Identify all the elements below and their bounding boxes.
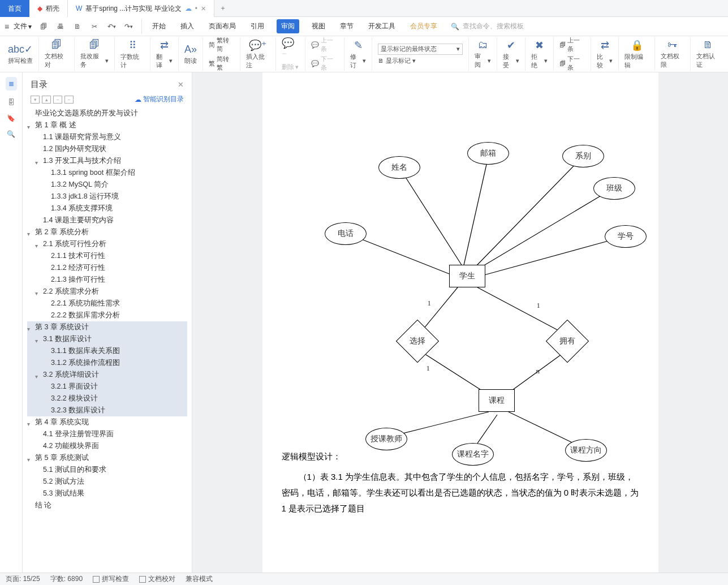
status-spell[interactable]: 拼写检查 xyxy=(93,574,129,584)
rg-docproof[interactable]: 🗐文档校对 xyxy=(39,37,75,71)
outline-item[interactable]: 3.2.1 界面设计 xyxy=(43,381,187,393)
outline-item[interactable]: 3.1.1 数据库表关系图 xyxy=(43,345,187,357)
rg-wordcount[interactable]: ⠿字数统计 xyxy=(115,37,150,71)
outline-item[interactable]: 2.1.1 技术可行性 xyxy=(43,250,187,262)
ribbon-rail-icon[interactable]: 🔖 xyxy=(7,114,15,122)
redo-icon[interactable]: ↷▾ xyxy=(121,19,136,34)
translate-icon: ⇄ xyxy=(160,39,169,51)
outline-item[interactable]: 3.2.2 模块设计 xyxy=(43,393,187,405)
ot-minus[interactable]: − xyxy=(53,96,62,104)
menu-review[interactable]: 审阅 xyxy=(277,19,299,33)
status-proof[interactable]: 文档校对 xyxy=(139,574,175,584)
document-viewport[interactable]: 邮箱 系别 姓名 班级 电话 学号 学生 选择 拥有 课程 授课教师 课程名字 … xyxy=(192,72,728,573)
preview-icon[interactable]: 🗎 xyxy=(70,19,85,34)
rg-reject[interactable]: ✖拒绝▾ xyxy=(525,37,554,71)
outline-item[interactable]: 1.1 课题研究背景与意义 xyxy=(35,131,187,143)
file-menu[interactable]: 文件▾ xyxy=(11,20,34,32)
btn-next-rev[interactable]: 🗐下一条 xyxy=(559,55,585,72)
menu-ref[interactable]: 引用 xyxy=(248,19,266,33)
outline-item[interactable]: 3.2 系统详细设计 xyxy=(43,371,99,378)
btn-show-markup[interactable]: 🗎显示标记▾ xyxy=(378,57,463,65)
outline-item-selected[interactable]: 第 3 章 系统设计 xyxy=(35,323,89,331)
ot-minus2[interactable]: − xyxy=(64,96,74,104)
rg-revise[interactable]: 🗐批改服务▾ xyxy=(75,37,115,71)
expand-all-button[interactable]: ▾ xyxy=(31,96,40,104)
menu-devtools[interactable]: 开发工具 xyxy=(366,19,398,33)
outline-item[interactable]: 1.3.4 系统支撑环境 xyxy=(43,203,187,214)
smart-outline-button[interactable]: ☁智能识别目录 xyxy=(135,94,184,104)
rg-track[interactable]: ✎修订▾ xyxy=(344,37,373,71)
btn-prev-rev[interactable]: 🗐上一条 xyxy=(559,36,585,53)
save-icon[interactable]: 🗐 xyxy=(36,19,51,34)
outline-item[interactable]: 第 4 章 系统实现 xyxy=(35,418,89,426)
cut-icon[interactable]: ✂ xyxy=(87,19,102,34)
bookmark-rail-icon[interactable]: 🗄 xyxy=(8,98,15,106)
rg-docperm[interactable]: 🗝文档权限 xyxy=(655,37,691,71)
close-outline-icon[interactable]: ✕ xyxy=(178,80,184,89)
outline-item[interactable]: 结 论 xyxy=(27,500,187,511)
menu-view[interactable]: 视图 xyxy=(309,19,328,33)
outline-item[interactable]: 1.3.1 spring boot 框架介绍 xyxy=(43,167,187,179)
outline-item[interactable]: 毕业论文选题系统的开发与设计 xyxy=(27,107,187,119)
outline-item[interactable]: 2.1 系统可行性分析 xyxy=(43,240,106,248)
undo-icon[interactable]: ↶▾ xyxy=(104,19,119,34)
rg-accept[interactable]: ✔接受▾ xyxy=(497,37,525,71)
outline-item[interactable]: 4.2 功能模块界面 xyxy=(35,440,187,452)
outline-item[interactable]: 2.1.2 经济可行性 xyxy=(43,262,187,274)
outline-item[interactable]: 2.1.3 操作可行性 xyxy=(43,274,187,286)
menu-vip[interactable]: 会员专享 xyxy=(408,19,440,33)
rg-restrict[interactable]: 🔒限制编辑 xyxy=(619,37,654,71)
outline-item[interactable]: 2.2.2 数据库需求分析 xyxy=(43,309,187,321)
outline-item[interactable]: 1.3 开发工具与技术介绍 xyxy=(43,157,121,165)
menu-start[interactable]: 开始 xyxy=(150,19,168,33)
btn-t2s[interactable]: 繁简转繁 xyxy=(209,55,234,72)
outline-item[interactable]: 1.3.3 jdk1.8 运行环境 xyxy=(43,191,187,203)
outline-item[interactable]: 5.3 测试结果 xyxy=(35,488,187,500)
close-icon[interactable]: ✕ xyxy=(201,5,206,12)
collapse-all-button[interactable]: ▴ xyxy=(42,96,51,104)
tab-home[interactable]: 首页 xyxy=(0,0,29,17)
outline-item[interactable]: 3.2.3 数据库设计 xyxy=(43,405,187,416)
outline-item[interactable]: 5.2 测试方法 xyxy=(35,476,187,488)
print-icon[interactable]: 🖶 xyxy=(53,19,68,34)
outline-item[interactable]: 第 2 章 系统分析 xyxy=(35,228,89,236)
outline-item[interactable]: 3.1.2 系统操作流程图 xyxy=(43,357,187,369)
outline-item[interactable]: 第 1 章 概 述 xyxy=(35,121,76,129)
outline-item[interactable]: 1.3.2 MySQL 简介 xyxy=(43,179,187,191)
hamburger-icon[interactable]: ≡ xyxy=(5,22,9,31)
status-proof-label: 文档校对 xyxy=(148,574,175,584)
search-rail-icon[interactable]: 🔍 xyxy=(7,130,15,138)
status-page[interactable]: 页面: 15/25 xyxy=(6,574,40,584)
outline-item[interactable]: 4.1 登录注册管理界面 xyxy=(35,428,187,440)
prev-icon: 💬 xyxy=(311,41,319,49)
menu-chapter[interactable]: 章节 xyxy=(338,19,356,33)
btn-s2t[interactable]: 简繁转简 xyxy=(209,36,234,53)
rg-compare[interactable]: ⇄比较▾ xyxy=(591,37,619,71)
rg-delete: 💬⁻删除▾ xyxy=(276,37,305,71)
outline-item[interactable]: 第 5 章 系统测试 xyxy=(35,454,89,462)
outline-item[interactable]: 2.2.1 系统功能性需求 xyxy=(43,298,187,309)
rg-translate[interactable]: ⇄翻译▾ xyxy=(150,37,179,71)
rg-read[interactable]: A»朗读 xyxy=(179,37,203,71)
status-words[interactable]: 字数: 6890 xyxy=(50,574,83,584)
outline-rail-icon[interactable]: ≣ xyxy=(6,77,17,91)
rg-doccert[interactable]: 🗎文档认证 xyxy=(691,37,726,71)
outline-item[interactable]: 3.1 数据库设计 xyxy=(43,335,92,343)
outline-item[interactable]: 1.2 国内外研究现状 xyxy=(35,143,187,155)
menu-layout[interactable]: 页面布局 xyxy=(206,19,238,33)
rg-pane[interactable]: 🗂审阅▾ xyxy=(469,37,497,71)
command-search[interactable]: 🔍 查找命令、搜索模板 xyxy=(451,21,524,31)
outline-item[interactable]: 1.4 课题主要研究内容 xyxy=(35,214,187,226)
rg-comment[interactable]: 💬⁺插入批注 xyxy=(240,37,276,71)
outline-item[interactable]: 5.1 测试目的和要求 xyxy=(35,464,187,476)
tab-menu-icon[interactable]: • xyxy=(195,5,197,12)
outline-item[interactable]: 2.2 系统需求分析 xyxy=(43,287,99,295)
new-tab-button[interactable]: ＋ xyxy=(214,0,231,16)
menu-insert[interactable]: 插入 xyxy=(178,19,196,33)
han-icon: 简 xyxy=(209,41,215,49)
perm-icon: 🗝 xyxy=(667,39,678,51)
tab-current-doc[interactable]: W 基于spring ...计与实现 毕业论文 ☁ • ✕ xyxy=(68,0,214,17)
rg-spellcheck[interactable]: abc✓拼写检查 xyxy=(2,37,39,71)
markup-select[interactable]: 显示标记的最终状态▾ xyxy=(378,44,463,55)
tab-docshell[interactable]: ◆稻壳 xyxy=(29,0,68,17)
